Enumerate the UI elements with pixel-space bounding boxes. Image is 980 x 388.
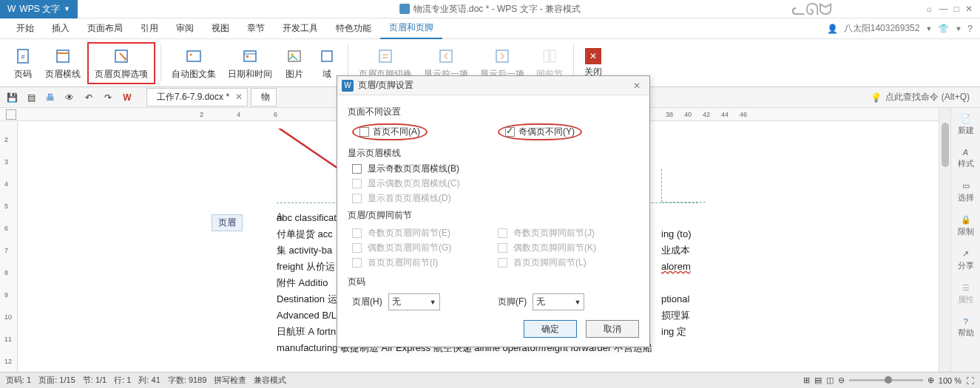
status-compat[interactable]: 兼容模式: [254, 375, 286, 386]
ribbon-label: 页码: [14, 68, 32, 81]
undo-icon[interactable]: ↶: [81, 90, 96, 105]
user-name[interactable]: 八太阳1403269352: [844, 22, 920, 35]
search-command[interactable]: 💡 点此查找命令 (Alt+Q): [871, 91, 970, 103]
menu-pagelayout[interactable]: 页面布局: [78, 18, 132, 38]
status-words[interactable]: 字数: 9189: [168, 375, 207, 386]
ruler-corner[interactable]: [6, 109, 16, 120]
menu-icon[interactable]: ▤: [24, 90, 38, 105]
save-icon[interactable]: 💾: [4, 90, 19, 105]
checkbox-first-diff[interactable]: 首页不同(A): [352, 123, 493, 140]
status-pages[interactable]: 页面: 1/15: [38, 375, 75, 386]
menu-start[interactable]: 开始: [7, 18, 43, 38]
menu-header-footer[interactable]: 页眉和页脚: [380, 18, 442, 39]
annotation-oval: 奇偶页不同(Y): [498, 123, 582, 140]
status-col[interactable]: 列: 41: [138, 375, 160, 386]
view-mode-icon[interactable]: ◫: [826, 375, 834, 385]
side-style[interactable]: A样式: [958, 148, 974, 169]
ruler-tick: 10: [4, 313, 12, 321]
ribbon-page-number[interactable]: # 页码: [7, 42, 38, 84]
close-tab-icon[interactable]: ✕: [235, 92, 243, 102]
user-avatar-icon[interactable]: 👤: [827, 24, 838, 34]
view-mode-icon[interactable]: ⊞: [803, 375, 810, 385]
maximize-button[interactable]: □: [954, 4, 959, 14]
menu-devtools[interactable]: 开发工具: [274, 18, 327, 38]
vertical-ruler[interactable]: 2 3 4 5 6 7 8 9 10 11 12: [0, 121, 18, 372]
dialog-titlebar[interactable]: W 页眉/页脚设置 ✕: [337, 76, 649, 95]
wps-logo-small-icon[interactable]: W: [120, 90, 135, 105]
status-row[interactable]: 行: 1: [114, 375, 131, 386]
header-region-label[interactable]: 页眉: [212, 214, 243, 231]
checkbox-odd-even-diff[interactable]: 奇偶页不同(Y): [498, 123, 639, 140]
group-page-diff: 页面不同设置: [348, 106, 639, 118]
header-pagenum-row: 页眉(H) 无▼: [352, 293, 493, 310]
ribbon-auto-album[interactable]: 自动图文集: [166, 42, 221, 84]
dialog-close-button[interactable]: ✕: [629, 79, 645, 92]
ribbon-header-line[interactable]: 页眉横线: [40, 42, 86, 84]
zoom-out-button[interactable]: ⊖: [838, 375, 845, 385]
checkbox-icon: [352, 179, 362, 188]
menu-review[interactable]: 审阅: [167, 18, 203, 38]
menu-reference[interactable]: 引用: [132, 18, 167, 38]
zoom-slider[interactable]: [849, 379, 923, 381]
doc-line: 损理算: [661, 307, 691, 324]
side-attr[interactable]: ☰属性: [958, 283, 974, 305]
ribbon-label: 页眉横线: [45, 68, 81, 81]
side-label: 属性: [958, 294, 974, 305]
side-limit[interactable]: 🔒限制: [958, 215, 974, 237]
status-spell[interactable]: 拼写检查: [214, 375, 246, 386]
menu-view[interactable]: 视图: [203, 18, 238, 38]
ruler-tick: 6: [4, 225, 8, 232]
header-footer-options-icon: [111, 46, 132, 67]
status-section[interactable]: 节: 1/1: [83, 375, 107, 386]
zoom-value[interactable]: 100 %: [939, 376, 962, 385]
view-mode-icon[interactable]: ▤: [814, 375, 822, 385]
checkbox-first-footer-same: 首页页脚同前节(L): [498, 256, 639, 269]
skin-icon[interactable]: ☼: [925, 4, 933, 14]
menu-feature[interactable]: 特色功能: [327, 18, 380, 38]
minimize-button[interactable]: —: [939, 4, 948, 14]
side-help[interactable]: ?帮助: [958, 317, 974, 338]
chevron-down-icon[interactable]: ▼: [955, 25, 962, 33]
menu-chapter[interactable]: 章节: [238, 18, 274, 38]
new-icon: 📄: [961, 114, 971, 123]
status-page[interactable]: 页码: 1: [6, 375, 31, 386]
checkbox-show-even-line: 显示偶数页页眉横线(C): [352, 177, 639, 190]
preview-icon[interactable]: 👁: [62, 90, 77, 105]
dialog-title: 页眉/页脚设置: [358, 79, 413, 92]
menu-insert[interactable]: 插入: [43, 18, 78, 38]
tshirt-icon[interactable]: 👕: [938, 24, 949, 34]
print-icon[interactable]: 🖶: [43, 90, 58, 105]
svg-rect-9: [246, 55, 249, 58]
checkbox-show-odd-line[interactable]: 显示奇数页页眉横线(B): [352, 163, 639, 175]
zoom-handle[interactable]: [885, 376, 892, 384]
side-panel: 📄新建 A样式 ▭选择 🔒限制 ↗分享 ☰属性 ?帮助: [950, 108, 980, 372]
side-share[interactable]: ↗分享: [958, 249, 974, 271]
ribbon-header-footer-options[interactable]: 页眉页脚选项: [87, 42, 155, 84]
checkbox-odd-footer-same: 奇数页页脚同前节(J): [498, 227, 639, 239]
ruler-tick: 7: [4, 247, 8, 254]
checkbox-label: 奇数页页眉同前节(E): [368, 227, 450, 239]
doc-tab-2[interactable]: 物: [251, 88, 277, 106]
header-pagenum-select[interactable]: 无▼: [388, 293, 440, 310]
redo-icon[interactable]: ↷: [101, 90, 115, 105]
zoom-in-button[interactable]: ⊕: [927, 375, 934, 385]
svg-rect-17: [550, 50, 555, 62]
ribbon-picture[interactable]: 图片: [279, 42, 310, 84]
ok-button[interactable]: 确定: [524, 320, 577, 338]
ribbon-date-time[interactable]: 日期和时间: [223, 42, 277, 84]
help-icon[interactable]: ?: [967, 24, 973, 34]
ruler-tick: 4: [4, 180, 8, 188]
footer-pagenum-select[interactable]: 无▼: [533, 293, 584, 310]
doc-tab-1[interactable]: 工作7.6-7.9.docx * ✕: [146, 88, 248, 106]
cancel-button[interactable]: 取消: [586, 320, 639, 338]
vertical-scrollbar[interactable]: [939, 108, 950, 372]
dropdown-icon[interactable]: ▼: [64, 5, 70, 13]
chevron-down-icon[interactable]: ▼: [925, 25, 932, 33]
expand-icon[interactable]: ⛶: [966, 376, 974, 385]
annotation-oval: 首页不同(A): [352, 123, 428, 140]
side-new[interactable]: 📄新建: [958, 114, 974, 136]
side-select[interactable]: ▭选择: [958, 181, 974, 203]
scroll-thumb[interactable]: [942, 123, 949, 167]
prev-icon: [436, 46, 456, 67]
close-window-button[interactable]: ✕: [965, 4, 973, 14]
